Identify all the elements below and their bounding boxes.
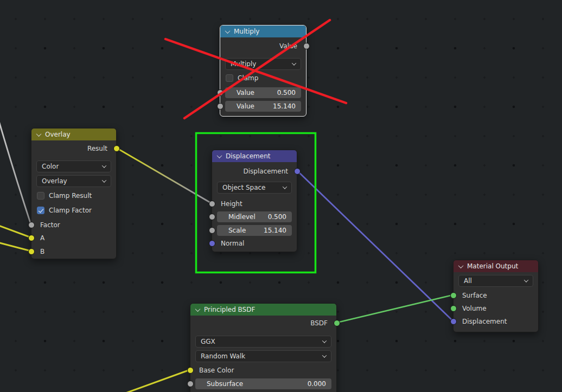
base-color-input-label: Base Color [199, 366, 234, 375]
value1-label: Value [237, 89, 254, 97]
value2-number: 15.140 [273, 102, 296, 110]
scale-number: 15.140 [264, 227, 286, 234]
height-input-socket[interactable] [209, 201, 215, 207]
surface-input-socket[interactable] [450, 292, 457, 299]
principled-bsdf-node[interactable]: Principled BSDF BSDF GGX Random Walk Bas… [190, 303, 337, 392]
node-title: Overlay [45, 131, 71, 138]
principled-bsdf-node-header[interactable]: Principled BSDF [190, 304, 336, 316]
node-editor-canvas[interactable]: { "colors": { "background": "#212426", "… [0, 0, 562, 392]
subsurface-method-value: Random Walk [201, 352, 245, 360]
value2-slider[interactable]: Value 15.140 [225, 101, 301, 112]
bsdf-output-socket[interactable] [334, 320, 340, 326]
node-title: Displacement [226, 152, 271, 160]
a-input-socket[interactable] [28, 235, 35, 241]
factor-input-socket[interactable] [28, 222, 35, 228]
node-title: Multiply [234, 28, 259, 35]
result-to-height-wire [117, 148, 212, 203]
result-output-socket[interactable] [113, 145, 120, 152]
scale-input-socket[interactable] [209, 227, 215, 234]
multiply-node[interactable]: Multiply Value Multiply Clamp Value 0.50… [220, 25, 306, 117]
factor-input-wire [0, 115, 31, 224]
result-output-label: Result [87, 144, 107, 153]
base-color-wire [91, 370, 190, 392]
midlevel-label: Midlevel [228, 213, 256, 221]
scale-label: Scale [228, 227, 246, 234]
subsurface-method-dropdown[interactable]: Random Walk [195, 350, 331, 362]
midlevel-input-socket[interactable] [209, 214, 215, 220]
value1-number: 0.500 [277, 89, 296, 97]
space-value: Object Space [222, 184, 265, 191]
volume-input-label: Volume [462, 304, 487, 313]
scale-slider[interactable]: Scale 15.140 [217, 225, 292, 236]
material-output-node-header[interactable]: Material Output [454, 260, 538, 272]
collapse-chevron-icon[interactable] [458, 263, 464, 268]
target-dropdown[interactable]: All [458, 275, 533, 287]
b-input-label: B [40, 247, 44, 256]
subsurface-label: Subsurface [207, 380, 243, 388]
factor-input-label: Factor [40, 221, 60, 229]
target-value: All [464, 277, 472, 285]
space-dropdown[interactable]: Object Space [217, 182, 292, 194]
chevron-down-icon [322, 353, 327, 357]
b-input-socket[interactable] [28, 248, 35, 255]
blend-mode-value: Overlay [42, 177, 67, 185]
midlevel-number: 0.500 [268, 213, 286, 221]
distribution-dropdown[interactable]: GGX [195, 336, 331, 348]
displacement-node[interactable]: Displacement Displacement Object Space H… [212, 150, 297, 252]
clamp-factor-row: Clamp Factor [37, 206, 92, 214]
chevron-down-icon [283, 184, 287, 189]
displacement-output-socket[interactable] [294, 168, 301, 175]
chevron-down-icon [102, 163, 106, 168]
clamp-result-checkbox[interactable] [37, 192, 44, 200]
collapse-chevron-icon[interactable] [195, 306, 201, 312]
value2-label: Value [237, 102, 254, 110]
value-output-socket[interactable] [303, 43, 310, 49]
base-color-input-socket[interactable] [187, 367, 194, 374]
normal-input-socket[interactable] [209, 240, 215, 247]
a-input-label: A [40, 234, 44, 242]
chevron-down-icon [102, 178, 106, 182]
data-type-dropdown[interactable]: Color [36, 160, 111, 172]
value1-slider[interactable]: Value 0.500 [225, 87, 301, 98]
overlay-a-wire [0, 224, 31, 237]
collapse-chevron-icon[interactable] [36, 131, 42, 137]
clamp-factor-checkbox[interactable] [37, 207, 44, 214]
clamp-checkbox[interactable] [226, 74, 233, 82]
overlay-b-wire [0, 242, 31, 251]
value2-input-socket[interactable] [217, 103, 223, 110]
displacement-node-header[interactable]: Displacement [212, 150, 297, 162]
overlay-node[interactable]: Overlay Result Color Overlay Clamp Resul… [31, 128, 117, 259]
material-output-node[interactable]: Material Output All Surface Volume Displ… [453, 260, 539, 332]
value-output-label: Value [279, 42, 297, 50]
node-title: Material Output [467, 262, 518, 270]
data-type-value: Color [42, 163, 59, 170]
multiply-node-header[interactable]: Multiply [220, 25, 306, 37]
subsurface-slider[interactable]: Subsurface 0.000 [195, 378, 331, 389]
subsurface-number: 0.000 [308, 380, 326, 388]
math-operation-dropdown[interactable]: Multiply [225, 58, 301, 70]
bsdf-to-surface-wire [337, 295, 453, 323]
midlevel-slider[interactable]: Midlevel 0.500 [217, 211, 292, 222]
chevron-down-icon [292, 61, 296, 65]
volume-input-socket[interactable] [450, 305, 457, 312]
clamp-result-label: Clamp Result [49, 192, 92, 200]
clamp-result-row: Clamp Result [37, 191, 92, 200]
distribution-value: GGX [201, 338, 215, 345]
normal-input-label: Normal [221, 239, 244, 248]
collapse-chevron-icon[interactable] [217, 153, 222, 158]
clamp-label: Clamp [238, 74, 258, 82]
displacement-input-label: Displacement [462, 317, 507, 326]
displacement-output-label: Displacement [244, 167, 289, 176]
displacement-input-socket[interactable] [450, 318, 457, 325]
overlay-node-header[interactable]: Overlay [31, 128, 116, 140]
clamp-row: Clamp [226, 74, 258, 82]
blend-mode-dropdown[interactable]: Overlay [36, 175, 111, 187]
displacement-wire [297, 171, 453, 321]
subsurface-input-socket[interactable] [187, 381, 194, 387]
surface-input-label: Surface [462, 291, 487, 300]
clamp-factor-label: Clamp Factor [49, 207, 92, 214]
chevron-down-icon [322, 338, 327, 343]
value1-input-socket[interactable] [217, 89, 223, 96]
chevron-down-icon [524, 278, 528, 282]
collapse-chevron-icon[interactable] [225, 28, 231, 34]
